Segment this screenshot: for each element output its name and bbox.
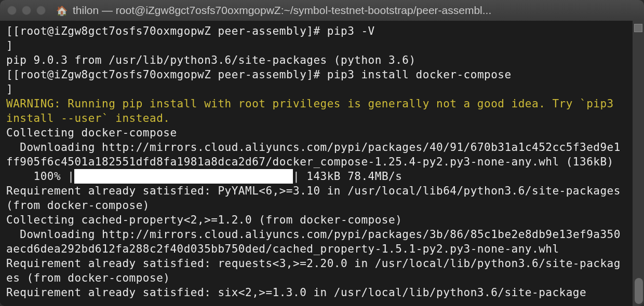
pip-output-line: Downloading http://mirrors.cloud.aliyunc… — [6, 228, 621, 255]
prompt-bracket-left: [ — [6, 25, 13, 37]
shell-prompt: [root@iZgw8gct7osfs70oxmgopwZ peer-assem… — [13, 25, 327, 37]
terminal-sidebar — [633, 21, 644, 306]
progress-bar-fill: ████████████████████████████████ — [74, 169, 293, 184]
window-titlebar[interactable]: 🏠 thilon — root@iZgw8gct7osfs70oxmgopwZ:… — [0, 0, 644, 21]
pip-output-line: Requirement already satisfied: PyYAML<6,… — [6, 185, 627, 212]
prompt-bracket-right: ] — [6, 39, 13, 52]
shell-prompt: [root@iZgw8gct7osfs70oxmgopwZ peer-assem… — [13, 68, 327, 81]
window-title: thilon — root@iZgw8gct7osfs70oxmgopwZ:~/… — [73, 4, 637, 17]
session-indicator-icon[interactable] — [634, 24, 642, 32]
terminal-window: 🏠 thilon — root@iZgw8gct7osfs70oxmgopwZ:… — [0, 0, 644, 306]
pip-output-line: Collecting docker-compose — [6, 127, 177, 139]
traffic-lights — [7, 6, 46, 15]
pip-warning: WARNING: Running pip install with root p… — [6, 98, 621, 124]
minimize-icon[interactable] — [22, 6, 31, 15]
close-icon[interactable] — [7, 6, 17, 15]
pip-version-output: pip 9.0.3 from /usr/lib/python3.6/site-p… — [6, 54, 416, 66]
progress-bar-prefix: 100% | — [6, 170, 74, 183]
home-icon: 🏠 — [56, 5, 68, 16]
progress-bar-suffix: | 143kB 78.4MB/s — [293, 170, 402, 183]
zoom-icon[interactable] — [36, 6, 46, 15]
prompt-bracket-right: ] — [6, 83, 13, 95]
pip-output-line: Downloading http://mirrors.cloud.aliyunc… — [6, 141, 621, 168]
prompt-bracket-left: [ — [6, 68, 13, 81]
terminal-content[interactable]: [[root@iZgw8gct7osfs70oxmgopwZ peer-asse… — [0, 21, 633, 306]
command-input: pip3 -V — [327, 25, 375, 37]
window-body: [[root@iZgw8gct7osfs70oxmgopwZ peer-asse… — [0, 21, 644, 306]
pip-output-line: Requirement already satisfied: six<2,>=1… — [6, 286, 586, 299]
pip-output-line: Collecting cached-property<2,>=1.2.0 (fr… — [6, 214, 402, 226]
command-input: pip3 install docker-compose — [327, 68, 512, 81]
scrollbar-thumb[interactable] — [635, 278, 643, 304]
pip-output-line: Requirement already satisfied: requests<… — [6, 257, 621, 284]
